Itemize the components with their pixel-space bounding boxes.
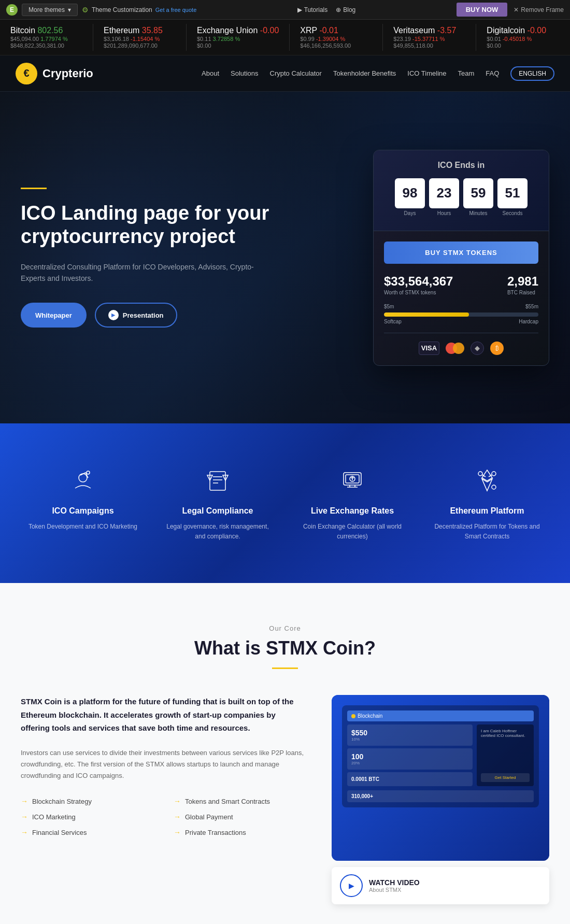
ticker-item-exchange-union: Exchange Union -0.00 $0.11 3.72858 % $0.… bbox=[187, 24, 290, 51]
feature-exchange-title: Live Exchange Rates bbox=[295, 506, 409, 516]
ico-widget-title: ICO Ends in bbox=[384, 161, 538, 170]
hero-subtitle: Decentralized Consulting Platform for IC… bbox=[21, 261, 269, 285]
feature-ico-desc: Token Development and ICO Marketing bbox=[26, 522, 140, 532]
feature-list-item: → ICO Marketing bbox=[21, 813, 153, 821]
hero-buttons: Whitepaper ▶ Presentation bbox=[21, 303, 269, 328]
ticker-detail: $0.11 3.72858 % bbox=[197, 36, 279, 42]
nav-tokenholder-benefits[interactable]: Tokenholder Benefits bbox=[333, 69, 396, 77]
feature-legal-desc: Legal governance, risk management, and c… bbox=[161, 522, 275, 542]
exchange-rates-icon bbox=[337, 465, 368, 496]
ticker-price: 35.85 bbox=[142, 26, 163, 35]
countdown-seconds-value: 51 bbox=[497, 178, 528, 208]
logo-icon: € bbox=[16, 63, 37, 84]
arrow-icon: → bbox=[21, 813, 28, 821]
svg-point-14 bbox=[492, 472, 496, 476]
section-label: Our Core bbox=[21, 624, 549, 632]
presentation-label: Presentation bbox=[123, 311, 164, 319]
ticker-detail: $0.01 -0.45018 % bbox=[487, 36, 559, 42]
ticker-detail2: $0.00 bbox=[197, 42, 279, 49]
progress-sublabels: Softcap Hardcap bbox=[384, 319, 538, 324]
language-button[interactable]: ENGLISH bbox=[510, 66, 554, 81]
feature-ico-campaigns: ICO Campaigns Token Development and ICO … bbox=[21, 454, 145, 552]
feature-ethereum-platform: Ethereum Platform Decentralized Platform… bbox=[425, 454, 549, 552]
tutorials-label: Tutorials bbox=[304, 6, 328, 13]
feature-legal-title: Legal Compliance bbox=[161, 506, 275, 516]
svg-point-16 bbox=[492, 485, 496, 489]
feature-label: Blockchain Strategy bbox=[32, 798, 92, 805]
ticker-price: -0.00 bbox=[528, 26, 546, 35]
feature-list-item: → Blockchain Strategy bbox=[21, 797, 153, 805]
watch-video-text: WATCH VIDEO About STMX bbox=[369, 878, 420, 893]
ticker-detail2: $0.00 bbox=[487, 42, 559, 49]
ticker-detail2: $201,289,090,677.00 bbox=[104, 42, 176, 49]
countdown-hours: 23 Hours bbox=[429, 178, 459, 216]
close-icon: ✕ bbox=[514, 6, 519, 13]
countdown-minutes-value: 59 bbox=[463, 178, 493, 208]
countdown-minutes: 59 Minutes bbox=[463, 178, 493, 216]
blog-link[interactable]: ⊕ Blog bbox=[336, 6, 355, 13]
more-themes-button[interactable]: More themes ▾ bbox=[22, 4, 78, 16]
what-is-content: STMX Coin is a platform for the future o… bbox=[21, 695, 549, 904]
visa-icon: VISA bbox=[419, 342, 439, 355]
ticker-price: -3.57 bbox=[437, 26, 456, 35]
arrow-icon: → bbox=[174, 813, 181, 821]
nav-about[interactable]: About bbox=[202, 69, 219, 77]
mock-person-text: I am Caleb Hoffmer certified ICO consult… bbox=[481, 729, 530, 738]
hardcap-label: Hardcap bbox=[519, 319, 538, 324]
progress-labels: $5m $55m bbox=[384, 304, 538, 309]
progress-section: $5m $55m Softcap Hardcap bbox=[384, 304, 538, 324]
feature-label: Private Transactions bbox=[185, 829, 246, 836]
arrow-icon: → bbox=[21, 797, 28, 805]
feature-eth-title: Ethereum Platform bbox=[430, 506, 544, 516]
blog-label: Blog bbox=[343, 6, 355, 13]
legal-compliance-icon bbox=[202, 465, 233, 496]
feature-exchange-desc: Coin Exchange Calculator (all world curr… bbox=[295, 522, 409, 542]
chevron-down-icon: ▾ bbox=[68, 6, 71, 13]
mock-cta-button[interactable]: Get Started bbox=[481, 773, 530, 782]
hero-title: ICO Landing page for your cryptocurrency… bbox=[21, 202, 269, 249]
play-icon: ▶ bbox=[108, 310, 119, 320]
nav-crypto-calculator[interactable]: Crypto Calculator bbox=[270, 69, 322, 77]
top-bar-right: BUY NOW ✕ Remove Frame bbox=[457, 3, 564, 17]
logo-text: Crypterio bbox=[42, 67, 93, 80]
tutorials-link[interactable]: ▶ Tutorials bbox=[297, 6, 328, 13]
top-bar-middle: ▶ Tutorials ⊕ Blog bbox=[297, 6, 356, 13]
envato-logo-icon: E bbox=[6, 4, 18, 16]
get-free-quote-link[interactable]: Get a free quote bbox=[155, 7, 197, 13]
countdown-minutes-label: Minutes bbox=[463, 210, 493, 216]
ticker-price: 802.56 bbox=[37, 26, 63, 35]
ticker-item-bitcoin: Bitcoin 802.56 $45,094.00 1.77974 % $848… bbox=[0, 24, 93, 51]
gear-icon: ⚙ bbox=[82, 6, 89, 14]
ticker-name: Ethereum 35.85 bbox=[104, 26, 176, 35]
watch-video-title: WATCH VIDEO bbox=[369, 878, 420, 887]
buy-tokens-button[interactable]: BUY STMX TOKENS bbox=[384, 241, 538, 264]
what-is-visual: Blockchain $550 10% 100 20% bbox=[332, 695, 549, 904]
nav-team[interactable]: Team bbox=[458, 69, 475, 77]
ticker-item-veritaseum: Veritaseum -3.57 $23.19 -15.37711 % $49,… bbox=[383, 24, 476, 51]
features-section: ICO Campaigns Token Development and ICO … bbox=[0, 423, 570, 583]
nav-ico-timeline[interactable]: ICO Timeline bbox=[407, 69, 446, 77]
mock-stat2: 310,000+ bbox=[347, 790, 534, 802]
bitcoin-payment-icon: ₿ bbox=[490, 342, 504, 355]
nav-solutions[interactable]: Solutions bbox=[231, 69, 258, 77]
nav-faq[interactable]: FAQ bbox=[486, 69, 499, 77]
ico-stat-btc-label: BTC Raised bbox=[507, 290, 538, 295]
feature-label: Global Payment bbox=[185, 813, 233, 821]
top-bar: E More themes ▾ ⚙ Theme Customization Ge… bbox=[0, 0, 570, 20]
ticker-name: Bitcoin 802.56 bbox=[10, 26, 82, 35]
whitepaper-button[interactable]: Whitepaper bbox=[21, 303, 87, 328]
ticker-name: XRP -0.01 bbox=[300, 26, 372, 35]
watch-video-play-button[interactable]: ▶ bbox=[340, 874, 363, 897]
svg-point-1 bbox=[87, 471, 90, 474]
remove-frame-link[interactable]: ✕ Remove Frame bbox=[514, 6, 564, 13]
ticker-detail: $0.99 -1.39004 % bbox=[300, 36, 372, 42]
presentation-button[interactable]: ▶ Presentation bbox=[95, 303, 177, 328]
features-col-2: → Tokens and Smart Contracts → Global Pa… bbox=[174, 797, 306, 844]
feature-eth-desc: Decentralized Platform for Tokens and Sm… bbox=[430, 522, 544, 542]
watch-video-subtitle: About STMX bbox=[369, 887, 420, 893]
envato-logo: E bbox=[6, 4, 18, 16]
progress-fill bbox=[384, 312, 469, 317]
feature-list-item: → Tokens and Smart Contracts bbox=[174, 797, 306, 805]
buy-now-button[interactable]: BUY NOW bbox=[457, 3, 508, 17]
feature-list-item: → Global Payment bbox=[174, 813, 306, 821]
